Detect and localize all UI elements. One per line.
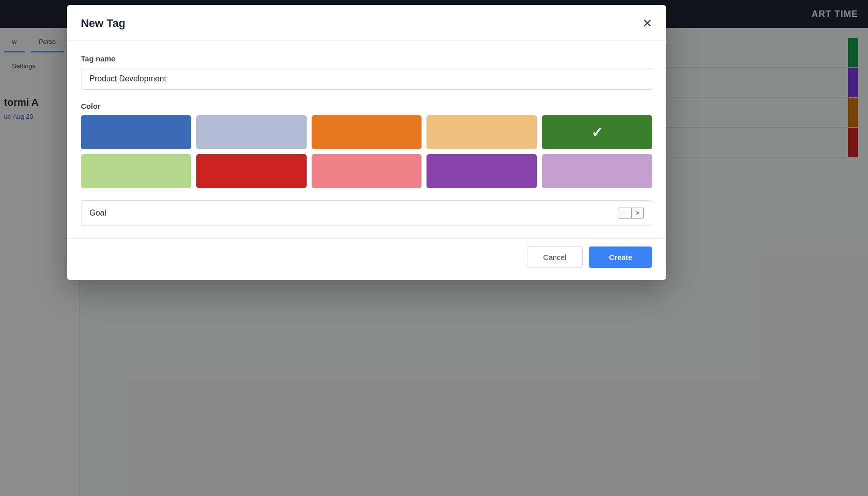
- modal-footer: Cancel Create: [67, 238, 666, 280]
- color-swatch-blue[interactable]: [81, 115, 191, 149]
- tag-name-label: Tag name: [81, 54, 652, 63]
- create-button[interactable]: Create: [589, 247, 652, 268]
- goal-text: Goal: [89, 209, 106, 218]
- color-swatch-purple[interactable]: [427, 154, 537, 188]
- tag-name-input[interactable]: [81, 68, 652, 90]
- color-swatch-lavender[interactable]: [542, 154, 652, 188]
- goal-checkbox[interactable]: [618, 208, 632, 219]
- color-swatch-light-green[interactable]: [81, 154, 191, 188]
- color-swatch-orange[interactable]: [312, 115, 422, 149]
- cancel-button[interactable]: Cancel: [527, 247, 583, 268]
- goal-controls: ✕: [618, 208, 644, 219]
- goal-field: Goal ✕: [81, 200, 652, 226]
- color-grid: ✓: [81, 115, 652, 188]
- color-swatch-red[interactable]: [196, 154, 307, 188]
- color-swatch-pink[interactable]: [312, 154, 422, 188]
- new-tag-modal: New Tag ✕ Tag name Color ✓ Goal: [67, 5, 666, 280]
- close-button[interactable]: ✕: [642, 17, 652, 29]
- color-label: Color: [81, 102, 652, 110]
- modal-title: New Tag: [81, 17, 125, 30]
- modal-header: New Tag ✕: [67, 5, 666, 40]
- modal-body: Tag name Color ✓ Goal ✕: [67, 40, 666, 238]
- color-swatch-light-blue[interactable]: [196, 115, 307, 149]
- selected-checkmark: ✓: [591, 124, 603, 141]
- goal-remove-button[interactable]: ✕: [632, 208, 644, 219]
- color-swatch-peach[interactable]: [427, 115, 537, 149]
- color-swatch-green[interactable]: ✓: [542, 115, 652, 149]
